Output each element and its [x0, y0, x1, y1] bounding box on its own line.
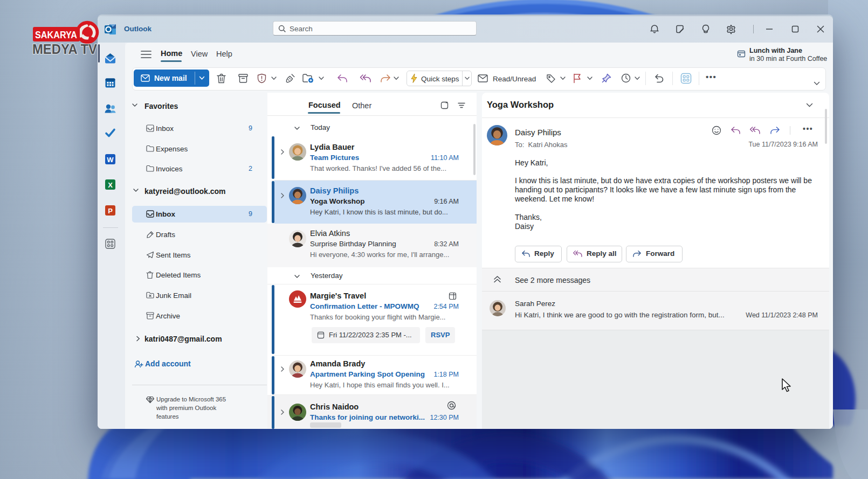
svg-text:X: X [108, 181, 113, 189]
svg-text:MEDYA TV: MEDYA TV [32, 41, 98, 57]
svg-text:P: P [108, 207, 113, 215]
svg-text:W: W [107, 156, 114, 164]
svg-text:SAKARYA: SAKARYA [35, 29, 77, 40]
